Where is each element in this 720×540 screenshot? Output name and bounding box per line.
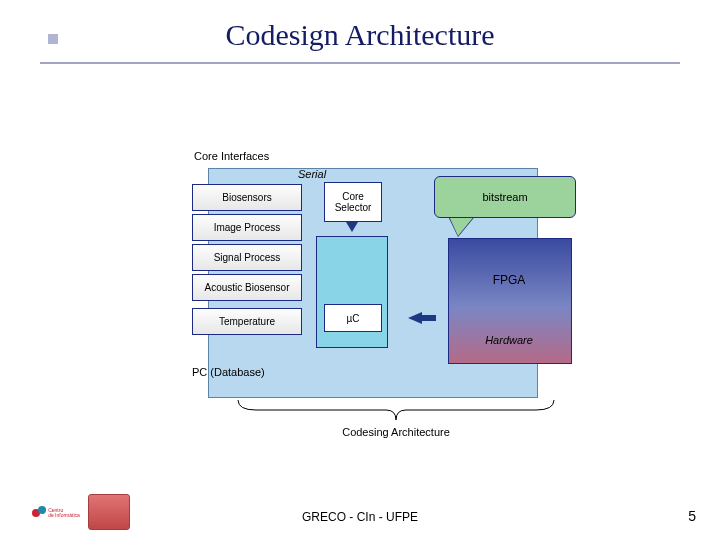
signal-process-button: Signal Process (192, 244, 302, 271)
temperature-label: Temperature (219, 316, 275, 327)
bitstream-label: bitstream (482, 191, 527, 203)
arrow-down-icon (346, 222, 358, 232)
brace-caption: Codesing Architecture (236, 426, 556, 438)
title-underline (40, 62, 680, 64)
uc-box: µC (324, 304, 382, 332)
signal-process-label: Signal Process (214, 252, 281, 263)
uc-label: µC (347, 313, 360, 324)
temperature-button: Temperature (192, 308, 302, 335)
core-interfaces-label: Core Interfaces (194, 150, 269, 162)
pc-database-label: PC (Database) (192, 366, 265, 378)
page-number: 5 (688, 508, 696, 524)
biosensors-button: Biosensors (192, 184, 302, 211)
bitstream-bubble: bitstream (434, 176, 576, 218)
core-selector-label: Core Selector (335, 191, 372, 213)
image-process-button: Image Process (192, 214, 302, 241)
fpga-label: FPGA (448, 273, 570, 287)
serial-label: Serial (298, 168, 326, 180)
page-title: Codesign Architecture (0, 18, 720, 52)
acoustic-biosensor-label: Acoustic Biosensor (204, 282, 289, 293)
brace-icon (236, 398, 556, 424)
footer-text: GRECO - CIn - UFPE (0, 510, 720, 524)
arrow-left-icon (408, 312, 422, 324)
hardware-label: Hardware (448, 334, 570, 346)
image-process-label: Image Process (214, 222, 281, 233)
biosensors-label: Biosensors (222, 192, 271, 203)
core-selector-box: Core Selector (324, 182, 382, 222)
acoustic-biosensor-button: Acoustic Biosensor (192, 274, 302, 301)
